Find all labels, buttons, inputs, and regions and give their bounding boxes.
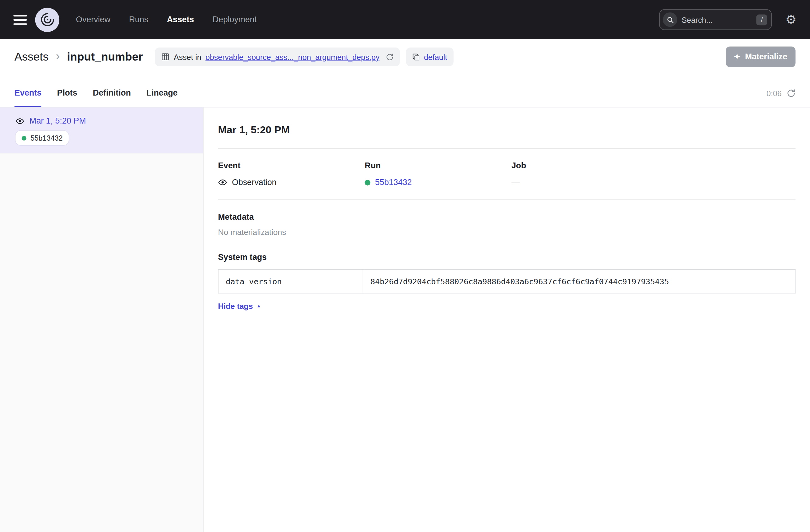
asset-header-row: Assets › input_number Asset in observabl… <box>0 39 810 74</box>
job-label: Job <box>512 161 526 171</box>
global-search-box[interactable]: / <box>659 10 772 30</box>
breadcrumb-assets-link[interactable]: Assets <box>15 50 49 64</box>
event-timestamp-link[interactable]: Mar 1, 5:20 PM <box>30 116 86 126</box>
run-id-text: 55b13432 <box>30 134 63 142</box>
caret-up-icon: ▲ <box>257 304 261 308</box>
table-row: data_version 84b26d7d9204cbf588026c8a988… <box>218 269 795 293</box>
observation-eye-icon <box>16 116 25 125</box>
refresh-status: 0:06 <box>766 89 795 107</box>
run-tag-pill[interactable]: 55b13432 <box>16 131 69 145</box>
system-tags-heading: System tags <box>218 253 795 262</box>
run-column: Run 55b13432 <box>365 161 512 187</box>
eye-icon <box>218 178 227 187</box>
event-detail-panel: Mar 1, 5:20 PM Event Observation <box>204 108 810 532</box>
topbar-right: / ⚙ <box>659 10 797 30</box>
nav-item-assets[interactable]: Assets <box>167 15 194 25</box>
table-grid-icon <box>161 53 169 61</box>
job-value: — <box>512 178 520 187</box>
group-default-link[interactable]: default <box>424 52 447 61</box>
dagster-logo[interactable] <box>35 7 59 32</box>
hide-tags-link[interactable]: Hide tags ▲ <box>218 302 261 310</box>
divider <box>218 199 795 200</box>
run-status-dot <box>365 180 371 186</box>
asset-file-link[interactable]: observable_source_ass..._non_argument_de… <box>205 52 379 61</box>
breadcrumb-chevron-icon: › <box>55 50 61 64</box>
tag-key-cell: data_version <box>218 269 363 293</box>
tab-definition[interactable]: Definition <box>93 88 131 107</box>
asset-chip-prefix: Asset in <box>174 52 201 61</box>
hamburger-menu-icon[interactable] <box>13 15 27 25</box>
asset-tabs-bar: Events Plots Definition Lineage 0:06 <box>0 74 810 108</box>
tab-plots[interactable]: Plots <box>57 88 77 107</box>
event-list-item-selected[interactable]: Mar 1, 5:20 PM 55b13432 <box>0 108 203 154</box>
materialize-label: Materialize <box>745 52 787 62</box>
event-label: Event <box>218 161 364 171</box>
event-list-sidebar: Mar 1, 5:20 PM 55b13432 <box>0 108 204 532</box>
event-column: Event Observation <box>218 161 364 187</box>
event-summary-columns: Event Observation Run <box>218 161 795 187</box>
refresh-icon[interactable] <box>787 89 796 98</box>
hide-tags-label: Hide tags <box>218 302 253 310</box>
sparkle-icon: ✦ <box>734 52 740 62</box>
materialize-button[interactable]: ✦ Materialize <box>726 47 796 67</box>
copy-icon <box>412 53 420 61</box>
run-status-dot <box>21 136 26 140</box>
divider <box>218 148 795 149</box>
nav-item-deployment[interactable]: Deployment <box>213 15 257 25</box>
tab-lineage[interactable]: Lineage <box>146 88 178 107</box>
metadata-empty-text: No materializations <box>218 228 795 237</box>
run-id-link[interactable]: 55b13432 <box>375 178 412 187</box>
primary-nav: Overview Runs Assets Deployment <box>76 15 257 25</box>
settings-gear-icon[interactable]: ⚙ <box>785 13 797 26</box>
nav-item-runs[interactable]: Runs <box>129 15 148 25</box>
search-icon <box>663 13 678 27</box>
event-type-value: Observation <box>232 178 276 187</box>
metadata-heading: Metadata <box>218 212 795 222</box>
asset-name-title: input_number <box>67 50 143 64</box>
search-shortcut-badge: / <box>756 14 767 25</box>
events-body: Mar 1, 5:20 PM 55b13432 Mar 1, 5:20 PM E… <box>0 108 810 532</box>
top-nav-bar: Overview Runs Assets Deployment / ⚙ <box>0 0 810 39</box>
asset-group-chip: default <box>406 47 453 66</box>
tag-value-cell: 84b26d7d9204cbf588026c8a9886d403a6c9637c… <box>363 269 795 293</box>
nav-item-overview[interactable]: Overview <box>76 15 111 25</box>
reload-definition-icon[interactable] <box>386 53 393 61</box>
search-input[interactable] <box>682 15 739 24</box>
logo-swirl-icon <box>39 12 55 27</box>
asset-definition-chip: Asset in observable_source_ass..._non_ar… <box>155 47 400 66</box>
app-root: Overview Runs Assets Deployment / ⚙ Asse… <box>0 0 810 532</box>
tab-events[interactable]: Events <box>15 88 42 107</box>
system-tags-table: data_version 84b26d7d9204cbf588026c8a988… <box>218 269 795 294</box>
event-detail-title: Mar 1, 5:20 PM <box>218 124 795 136</box>
run-label: Run <box>365 161 512 171</box>
job-column: Job — <box>512 161 526 187</box>
refresh-elapsed-time: 0:06 <box>766 89 782 98</box>
